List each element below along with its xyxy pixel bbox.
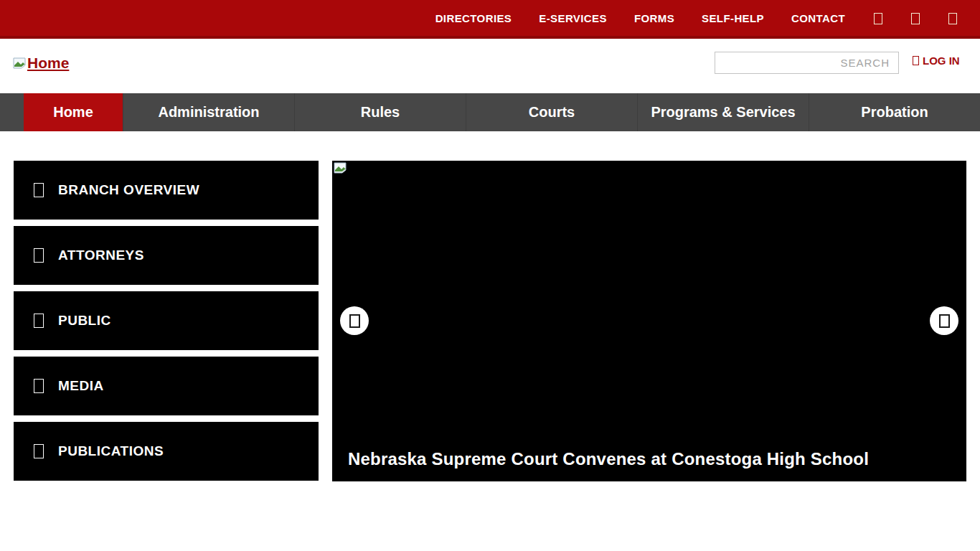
- nav-item-administration[interactable]: Administration: [123, 93, 294, 131]
- topbar-link-forms[interactable]: FORMS: [634, 12, 674, 24]
- search-input[interactable]: [715, 52, 899, 74]
- sidebar-item-attorneys[interactable]: ATTORNEYS: [14, 226, 319, 285]
- sidebar-item-public[interactable]: PUBLIC: [14, 291, 319, 350]
- nav-item-home[interactable]: Home: [24, 93, 123, 131]
- broken-image-icon: [13, 57, 26, 69]
- sidebar-item-media[interactable]: MEDIA: [14, 357, 319, 415]
- topbar-link-eservices[interactable]: E-SERVICES: [539, 12, 607, 24]
- nav-item-probation[interactable]: Probation: [809, 93, 980, 131]
- sidebar-item-publications[interactable]: PUBLICATIONS: [14, 422, 319, 481]
- topbar-link-contact[interactable]: CONTACT: [791, 12, 845, 24]
- main-navigation: Home Administration Rules Courts Program…: [0, 93, 980, 131]
- broken-image-icon: [334, 162, 347, 174]
- sidebar-item-label: BRANCH OVERVIEW: [58, 182, 199, 198]
- login-icon: [913, 56, 919, 65]
- next-arrow-icon: [939, 314, 950, 328]
- missing-glyph-icon: [948, 13, 957, 24]
- missing-glyph-icon: [874, 13, 882, 24]
- nav-item-courts[interactable]: Courts: [466, 93, 637, 131]
- sidebar-item-label: ATTORNEYS: [58, 248, 144, 263]
- prev-arrow-icon: [349, 314, 360, 328]
- carousel-next-button[interactable]: [930, 306, 958, 335]
- social-icon-2[interactable]: [911, 11, 920, 24]
- missing-glyph-icon: [34, 248, 44, 263]
- missing-glyph-icon: [34, 379, 44, 393]
- carousel-caption[interactable]: Nebraska Supreme Court Convenes at Cones…: [348, 449, 869, 469]
- utility-bar: DIRECTORIES E-SERVICES FORMS SELF-HELP C…: [0, 0, 980, 39]
- missing-glyph-icon: [34, 183, 44, 197]
- home-logo-link[interactable]: Home: [13, 55, 69, 72]
- social-icon-3[interactable]: [948, 11, 957, 24]
- topbar-link-selfhelp[interactable]: SELF-HELP: [702, 12, 764, 24]
- site-header: Home LOG IN: [0, 39, 980, 93]
- missing-glyph-icon: [911, 13, 920, 24]
- sidebar-menu: BRANCH OVERVIEW ATTORNEYS PUBLIC MEDIA P…: [14, 161, 319, 487]
- hero-carousel: Nebraska Supreme Court Convenes at Cones…: [332, 161, 966, 481]
- login-label: LOG IN: [923, 55, 960, 67]
- missing-glyph-icon: [34, 444, 44, 458]
- sidebar-item-branch-overview[interactable]: BRANCH OVERVIEW: [14, 161, 319, 220]
- social-icon-1[interactable]: [874, 11, 882, 24]
- carousel-prev-button[interactable]: [340, 306, 369, 335]
- sidebar-item-label: MEDIA: [58, 378, 104, 394]
- topbar-link-directories[interactable]: DIRECTORIES: [435, 12, 512, 24]
- nav-item-rules[interactable]: Rules: [294, 93, 466, 131]
- missing-glyph-icon: [34, 314, 44, 328]
- sidebar-item-label: PUBLIC: [58, 313, 111, 329]
- sidebar-item-label: PUBLICATIONS: [58, 443, 164, 459]
- home-link-label: Home: [27, 55, 69, 72]
- login-link[interactable]: LOG IN: [913, 55, 960, 67]
- nav-item-programs-services[interactable]: Programs & Services: [637, 93, 809, 131]
